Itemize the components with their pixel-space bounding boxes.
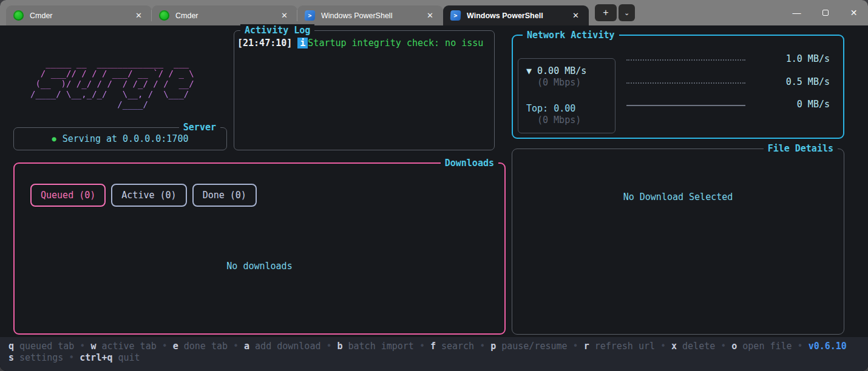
downloads-tabs: Queued (0) Active (0) Done (0) [30, 184, 504, 207]
axis-label-2: 0.5 MB/s [763, 76, 830, 87]
activity-log-title: Activity Log [240, 24, 314, 36]
hint-refresh-url[interactable]: rrefresh url [584, 341, 655, 352]
bullet-separator: • [69, 352, 74, 364]
gridline-1 [626, 59, 745, 61]
tab-bar: Cmder ✕ Cmder ✕ > Windows PowerShell ✕ >… [6, 5, 589, 25]
footer-keybar: qqueued tab • wactive tab • edone tab • … [0, 337, 868, 371]
tab-label: Cmder [175, 12, 277, 20]
log-message: Startup integrity check: no issu [308, 38, 483, 48]
bullet-separator: • [162, 341, 168, 352]
footer-row-1: qqueued tab • wactive tab • edone tab • … [8, 341, 868, 352]
bullet-separator: • [573, 341, 578, 352]
tab-active[interactable]: Active (0) [111, 184, 186, 207]
tab-close-icon[interactable]: ✕ [277, 10, 291, 21]
top-rate-mbps: (0 Mbps) [526, 115, 615, 126]
tab-done[interactable]: Done (0) [192, 184, 257, 207]
current-rate-mbps: (0 Mbps) [526, 77, 615, 89]
triangle-down-icon: ▼ [526, 65, 532, 76]
powershell-icon: > [450, 10, 461, 21]
log-timestamp: [21:47:10] [237, 38, 292, 48]
maximize-icon [822, 10, 829, 16]
maximize-button[interactable] [811, 0, 839, 25]
server-title: Server [179, 121, 220, 133]
current-rate: ▼ 0.00 MB/s [526, 65, 615, 77]
window-controls: — ✕ [782, 0, 868, 25]
minimize-button[interactable]: — [782, 0, 811, 25]
bullet-separator: • [326, 341, 331, 352]
tab-dropdown-button[interactable]: ⌄ [619, 4, 635, 21]
hint-settings[interactable]: ssettings [8, 352, 63, 364]
bullet-separator: • [233, 341, 239, 352]
info-badge-icon: i [297, 38, 308, 48]
hint-quit[interactable]: ctrl+qquit [80, 352, 140, 364]
powershell-icon: > [305, 10, 316, 21]
title-bar[interactable]: Cmder ✕ Cmder ✕ > Windows PowerShell ✕ >… [0, 0, 868, 25]
activity-log-panel: Activity Log [21:47:10] i Startup integr… [234, 30, 495, 150]
gridline-baseline [626, 105, 745, 106]
tab-label: Windows PowerShell [467, 12, 569, 20]
downloads-title: Downloads [441, 157, 498, 169]
tab-cmder-1[interactable]: Cmder ✕ [6, 5, 152, 25]
network-activity-title: Network Activity [523, 29, 619, 41]
tab-label: Windows PowerShell [321, 12, 423, 20]
hint-batch-import[interactable]: bbatch import [337, 341, 414, 352]
top-rate: Top: 0.00 [526, 103, 615, 115]
downloads-empty-text: No downloads [15, 261, 504, 272]
tab-powershell-1[interactable]: > Windows PowerShell ✕ [297, 5, 443, 25]
hint-search[interactable]: fsearch [430, 341, 474, 352]
bullet-separator: • [419, 341, 425, 352]
hint-open-file[interactable]: oopen file [731, 341, 792, 352]
network-activity-panel: Network Activity ▼ 0.00 MB/s (0 Mbps) To… [512, 35, 844, 139]
downloads-panel: Downloads Queued (0) Active (0) Done (0)… [13, 162, 506, 335]
tab-cmder-2[interactable]: Cmder ✕ [152, 5, 297, 25]
hint-delete[interactable]: xdelete [671, 341, 715, 352]
tab-close-icon[interactable]: ✕ [423, 10, 437, 21]
surge-ascii-logo: _____ __ _____________ ___ / ___// / / /… [30, 58, 194, 110]
tab-close-icon[interactable]: ✕ [569, 10, 583, 21]
chevron-down-icon: ⌄ [624, 9, 629, 17]
hint-active-tab[interactable]: wactive tab [90, 341, 156, 352]
bullet-separator: • [721, 341, 726, 352]
footer-row-2: ssettings • ctrl+qquit [8, 352, 868, 364]
axis-label-1: 1.0 MB/s [763, 53, 830, 64]
terminal-window: Cmder ✕ Cmder ✕ > Windows PowerShell ✕ >… [0, 0, 868, 371]
hint-queued-tab[interactable]: qqueued tab [8, 341, 74, 352]
tab-close-icon[interactable]: ✕ [132, 10, 146, 21]
file-details-title: File Details [764, 142, 838, 155]
status-dot-icon: ● [52, 135, 56, 143]
bullet-separator: • [80, 341, 85, 352]
hint-pause-resume[interactable]: ppause/resume [490, 341, 567, 352]
cmder-icon [159, 10, 169, 21]
hint-add-download[interactable]: aadd download [244, 341, 320, 352]
axis-label-3: 0 MB/s [763, 99, 830, 110]
tab-queued[interactable]: Queued (0) [30, 184, 106, 207]
close-button[interactable]: ✕ [839, 0, 868, 25]
cmder-icon [13, 10, 24, 21]
bullet-separator: • [480, 341, 485, 352]
file-details-empty-text: No Download Selected [512, 192, 844, 202]
hint-done-tab[interactable]: edone tab [173, 341, 228, 352]
file-details-panel: File Details No Download Selected [512, 149, 844, 335]
new-tab-button[interactable]: + [595, 4, 617, 21]
server-panel: Server ● Serving at 0.0.0.0:1700 [13, 127, 227, 150]
version-label: v0.6.10 [809, 341, 847, 352]
terminal-screen: _____ __ _____________ ___ / ___// / / /… [0, 25, 868, 371]
close-icon: ✕ [850, 8, 858, 18]
server-status-text: Serving at 0.0.0.0:1700 [63, 133, 189, 144]
tab-label: Cmder [30, 12, 132, 20]
gridline-2 [626, 82, 745, 84]
bullet-separator: • [660, 341, 666, 352]
minimize-icon: — [793, 8, 801, 18]
bullet-separator: • [798, 341, 803, 352]
network-rate-box: ▼ 0.00 MB/s (0 Mbps) Top: 0.00 (0 Mbps) [518, 58, 615, 133]
new-tab-group: + ⌄ [595, 4, 635, 21]
plus-icon: + [603, 7, 608, 18]
tab-powershell-2-active[interactable]: > Windows PowerShell ✕ [443, 5, 589, 25]
